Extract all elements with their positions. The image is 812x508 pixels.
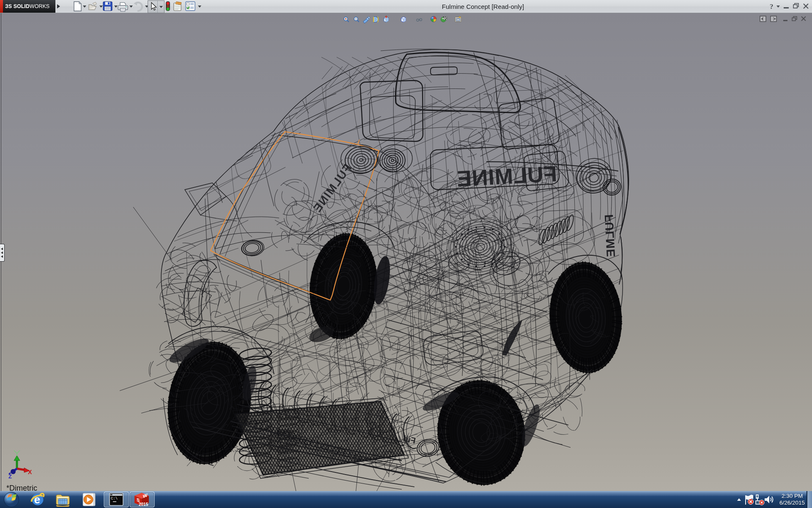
svg-text:2015: 2015 <box>139 502 148 507</box>
svg-text:X: X <box>28 469 32 475</box>
svg-text:Z: Z <box>8 473 12 480</box>
svg-text:C:\: C:\ <box>111 497 118 501</box>
svg-text:?: ? <box>770 3 774 11</box>
